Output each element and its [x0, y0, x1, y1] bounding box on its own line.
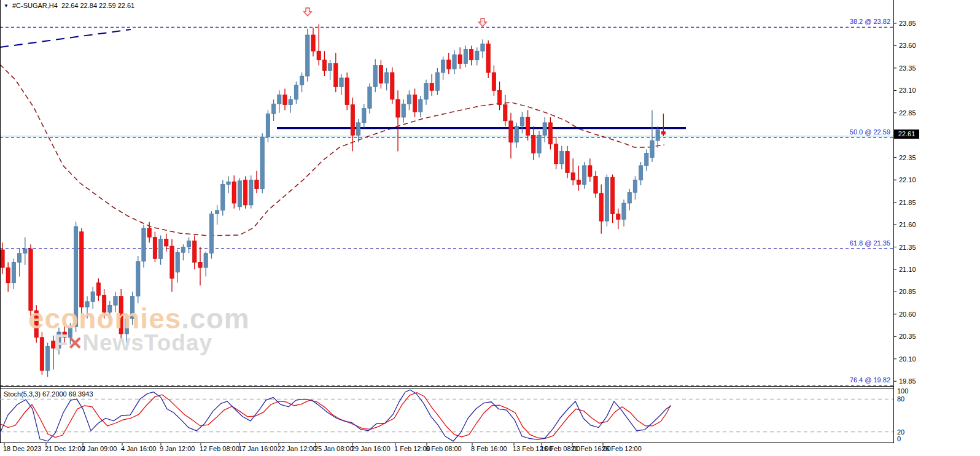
candle-body-bull [424, 83, 428, 99]
price-tick-label: 23.60 [899, 42, 916, 49]
candle-body-bull [656, 130, 659, 141]
candle-body-bear [96, 283, 100, 295]
stochastic-indicator-label: Stoch(5,3,3) 67.2000 69.3943 [4, 390, 93, 398]
candle-body-bull [271, 104, 275, 114]
candle-body-bull [238, 181, 241, 207]
candle-body-bear [1, 250, 4, 268]
candle-body-bear [379, 66, 383, 83]
candle-body-bear [430, 83, 434, 91]
candle-body-bull [289, 99, 292, 105]
candle-body-bull [249, 180, 253, 205]
candle-body-bear [661, 131, 665, 134]
candle-body-bull [136, 261, 140, 296]
candle-body-bull [204, 253, 208, 268]
candle-body-bear [232, 182, 236, 203]
watermark-x-icon: × [69, 330, 83, 355]
price-tick-label: 20.35 [899, 333, 916, 340]
candle-body-bull [475, 51, 479, 60]
main-chart-canvas[interactable]: 38.2 @ 23.8250.0 @ 22.5961.8 @ 21.3576.4… [0, 0, 980, 456]
candle-body-bull [12, 262, 15, 283]
candle-body-bull [221, 184, 225, 210]
candle-body-bear [170, 246, 174, 278]
moving-average-line [0, 64, 664, 236]
time-axis-label: 26 Feb 12:00 [602, 445, 642, 452]
candle-body-bull [45, 346, 49, 370]
candle-body-bull [181, 247, 185, 253]
sell-signal-arrow-icon [304, 8, 312, 16]
watermark-fxnewstoday: F×NewsToday [54, 330, 212, 356]
candle-body-bear [351, 105, 354, 136]
candle-body-bear [311, 35, 315, 51]
time-axis-label: 2 Jan 09:00 [82, 445, 117, 452]
candle-body-bear [554, 144, 558, 164]
candle-body-bear [147, 228, 151, 238]
candle-body-bull [340, 78, 343, 87]
candle-body-bull [582, 166, 586, 185]
candle-body-bear [345, 78, 349, 105]
candle-body-bear [255, 180, 259, 189]
price-tick-label: 22.10 [899, 176, 916, 184]
candle-body-bear [391, 72, 394, 99]
candle-body-bear [458, 55, 462, 64]
candle-body-bear [80, 232, 84, 307]
watermark-f: F [54, 330, 69, 355]
time-axis-label: 21 Dec 12:00 [45, 445, 85, 452]
time-axis-label: 25 Jan 08:00 [314, 445, 354, 452]
time-axis-label: 4 Jan 16:00 [121, 445, 157, 452]
candle-body-bear [577, 180, 580, 184]
candle-body-bear [599, 193, 603, 221]
candle-body-bull [419, 99, 422, 112]
candle-body-bear [165, 239, 168, 246]
candle-body-bear [594, 176, 597, 193]
candle-body-bear [6, 268, 10, 283]
candle-body-bull [17, 253, 21, 263]
candle-body-bear [492, 72, 496, 90]
candle-body-bull [515, 126, 518, 142]
sell-signal-arrow-icon [479, 18, 487, 26]
candle-body-bear [243, 180, 247, 205]
candle-body-bull [158, 239, 162, 258]
candle-body-bull [368, 87, 371, 109]
candle-body-bull [300, 76, 303, 85]
price-tick-label: 21.85 [899, 199, 916, 206]
candle-body-bull [650, 141, 654, 158]
fib-level-label: 50.0 @ 22.59 [850, 128, 890, 136]
fib-level-label: 38.2 @ 23.82 [850, 18, 890, 25]
candle-body-bull [215, 211, 219, 214]
candle-body-bear [616, 214, 620, 220]
time-axis-label: 18 Dec 2023 [3, 445, 41, 452]
candle-body-bull [441, 60, 445, 72]
chart-header: ▼ #C-SUGAR,H4 22.64 22.84 22.59 22.61 [4, 2, 134, 9]
candle-body-bull [306, 35, 309, 76]
price-tick-label: 23.35 [899, 64, 916, 72]
trendline [0, 29, 131, 47]
candle-body-bear [469, 49, 473, 60]
candle-body-bear [193, 241, 196, 262]
candle-body-bull [633, 180, 637, 192]
current-price-tag: 22.61 [894, 129, 919, 139]
candle-body-bear [509, 121, 513, 142]
candle-body-bull [639, 166, 642, 180]
price-tick-label: 22.35 [899, 154, 916, 161]
candle-body-bull [628, 193, 631, 203]
time-axis-label: 17 Jan 16:00 [238, 445, 278, 452]
price-tick-label: 21.35 [899, 244, 916, 251]
candle-body-bull [260, 137, 264, 189]
time-axis-label: 22 Jan 12:00 [278, 445, 317, 452]
candle-body-bear [396, 99, 400, 117]
candle-body-bear [413, 95, 416, 112]
stoch-axis-label: 80 [897, 395, 904, 403]
candle-body-bull [227, 182, 230, 184]
candle-body-bull [278, 95, 281, 104]
fib-level-label: 61.8 @ 21.35 [850, 239, 890, 247]
price-tick-label: 20.10 [899, 355, 916, 363]
candle-body-bull [356, 123, 360, 135]
candle-body-bull [537, 135, 541, 153]
candle-body-bull [142, 228, 146, 261]
symbol-dropdown-icon[interactable]: ▼ [4, 3, 9, 9]
candle-body-bull [266, 114, 270, 137]
candle-body-bull [176, 252, 179, 272]
watermark-rest: NewsToday [82, 330, 212, 355]
price-tick-label: 23.10 [899, 87, 916, 94]
candle-body-bear [610, 177, 614, 214]
